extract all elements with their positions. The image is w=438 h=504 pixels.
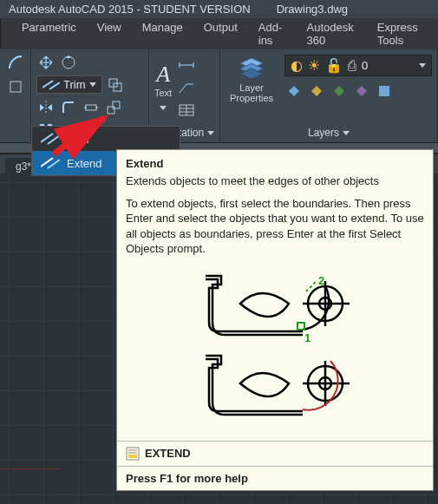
tooltip-command-row: EXTEND — [117, 441, 433, 466]
layer-properties-icon — [237, 55, 266, 79]
copy-icon[interactable] — [106, 75, 125, 95]
svg-point-1 — [62, 56, 75, 69]
rotate-icon[interactable] — [59, 53, 78, 72]
text-button-label: Text — [154, 88, 172, 98]
menu-addins[interactable]: Add-ins — [248, 18, 297, 49]
trim-button[interactable]: Trim — [36, 75, 102, 94]
svg-rect-24 — [128, 455, 137, 458]
menu-express-tools[interactable]: Express Tools — [367, 18, 438, 49]
trim-label: Trim — [63, 78, 86, 91]
menu-view[interactable]: View — [87, 18, 132, 49]
layer-freeze-icon[interactable] — [307, 82, 326, 101]
shape-icon[interactable] — [6, 77, 25, 96]
command-icon — [126, 447, 140, 461]
ribbon-group-layers: Layer Properties ◐ ☀ 🔓 ⎙ 0 — [220, 49, 438, 142]
layer-properties-label: Layer Properties — [226, 82, 278, 103]
leader-icon[interactable] — [177, 78, 196, 97]
dimension-icon[interactable] — [177, 56, 196, 75]
svg-rect-0 — [10, 82, 21, 92]
sun-icon: ☀ — [308, 57, 320, 74]
current-layer-name: 0 — [362, 59, 368, 72]
layers-panel-label: Layers — [308, 127, 339, 139]
tooltip-body: To extend objects, first select the boun… — [126, 196, 424, 257]
trim-icon — [42, 79, 60, 91]
app-title: Autodesk AutoCAD 2015 - STUDENT VERSION — [9, 3, 251, 16]
chevron-down-icon — [89, 82, 96, 87]
arc-icon[interactable] — [6, 53, 25, 72]
extend-tooltip: Extend Extends objects to meet the edges… — [116, 149, 434, 491]
lightbulb-icon: ◐ — [291, 57, 303, 74]
layer-selector[interactable]: ◐ ☀ 🔓 ⎙ 0 — [284, 55, 432, 76]
tooltip-summary: Extends objects to meet the edges of oth… — [126, 173, 424, 189]
chevron-down-icon — [343, 131, 350, 135]
chevron-down-icon — [160, 106, 167, 110]
ribbon-group-draw — [0, 49, 31, 142]
svg-rect-4 — [86, 105, 96, 110]
text-button[interactable]: A Text — [154, 62, 172, 114]
menu-bar: Parametric View Manage Output Add-ins Au… — [0, 18, 438, 49]
layer-properties-button[interactable]: Layer Properties — [226, 55, 278, 103]
tooltip-title: Extend — [126, 157, 424, 170]
chevron-down-icon — [207, 131, 214, 135]
chevron-down-icon — [419, 63, 426, 68]
red-arrow-annotation — [49, 111, 118, 160]
menu-manage[interactable]: Manage — [132, 18, 193, 49]
tooltip-help-text: Press F1 for more help — [117, 466, 433, 490]
document-name: Drawing3.dwg — [277, 3, 348, 16]
layer-off-icon[interactable] — [284, 82, 304, 101]
print-icon: ⎙ — [348, 58, 356, 74]
menu-output[interactable]: Output — [193, 18, 248, 49]
tooltip-illustration: 2 1 — [126, 264, 424, 434]
layer-state-icon[interactable] — [375, 82, 394, 101]
layer-lock-icon[interactable] — [330, 82, 349, 101]
title-bar: Autodesk AutoCAD 2015 - STUDENT VERSION … — [0, 0, 438, 18]
svg-rect-6 — [113, 101, 120, 108]
marker-2: 2 — [318, 274, 324, 287]
table-icon[interactable] — [177, 101, 196, 120]
lock-icon: 🔓 — [325, 57, 343, 74]
layer-match-icon[interactable] — [352, 82, 371, 101]
menu-parametric[interactable]: Parametric — [11, 18, 87, 49]
svg-rect-12 — [379, 86, 389, 96]
move-icon[interactable] — [36, 53, 56, 72]
menu-autodesk360[interactable]: Autodesk 360 — [297, 18, 367, 49]
marker-1: 1 — [304, 331, 311, 344]
tooltip-command-name: EXTEND — [145, 447, 191, 460]
text-a-icon: A — [154, 62, 172, 88]
file-tab-label: g3* — [16, 160, 31, 173]
